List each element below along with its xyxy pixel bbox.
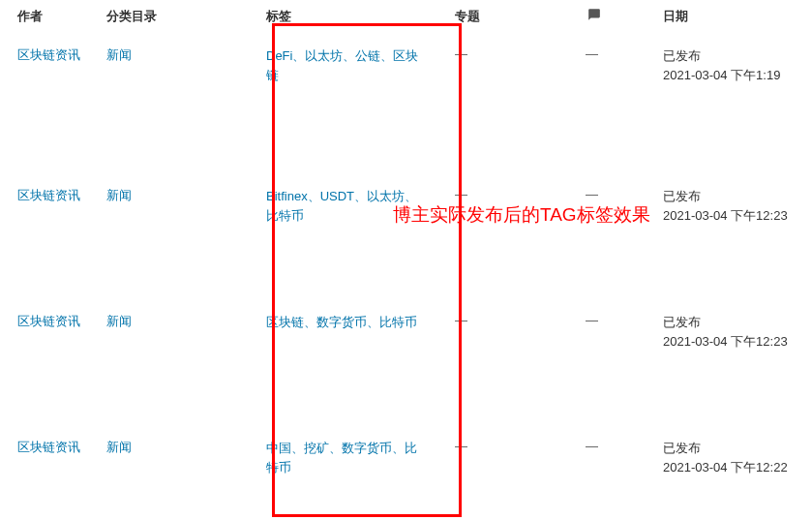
category-cell: 新闻: [106, 45, 266, 64]
table-row: 区块链资讯新闻Bitfinex、USDT、以太坊、比特币——已发布2021-03…: [0, 173, 812, 299]
tag-link[interactable]: 数字货币: [316, 315, 367, 329]
header-comments[interactable]: [586, 8, 663, 25]
comment-cell: —: [586, 185, 663, 201]
category-link[interactable]: 新闻: [106, 314, 132, 328]
topic-cell: —: [455, 45, 586, 61]
tag-link[interactable]: 比特币: [266, 208, 304, 223]
tag-separator: 、: [329, 441, 342, 455]
comment-cell: —: [586, 45, 663, 61]
annotation-text: 博主实际发布后的TAG标签效果: [393, 202, 650, 228]
tag-separator: 、: [392, 441, 405, 455]
tag-link[interactable]: DeFi: [266, 48, 292, 63]
datetime-text: 2021-03-04 下午12:23: [663, 206, 812, 226]
topic-cell: —: [455, 185, 586, 201]
tag-separator: 、: [308, 189, 320, 203]
author-link[interactable]: 区块链资讯: [17, 188, 80, 202]
datetime-text: 2021-03-04 下午1:19: [663, 66, 812, 85]
header-category[interactable]: 分类目录: [106, 8, 266, 25]
datetime-text: 2021-03-04 下午12:23: [663, 332, 812, 352]
category-cell: 新闻: [106, 311, 266, 330]
header-date[interactable]: 日期: [663, 8, 812, 25]
header-author[interactable]: 作者: [0, 8, 106, 25]
author-link[interactable]: 区块链资讯: [17, 440, 80, 454]
category-cell: 新闻: [106, 437, 266, 456]
table-header-row: 作者 分类目录 标签 专题 日期: [0, 0, 812, 33]
tag-separator: 、: [354, 189, 367, 203]
tag-link[interactable]: 比特币: [379, 315, 417, 329]
category-link[interactable]: 新闻: [106, 188, 132, 202]
tag-link[interactable]: 以太坊: [367, 189, 405, 203]
author-cell: 区块链资讯: [0, 185, 106, 204]
tag-link[interactable]: 挖矿: [304, 441, 329, 455]
category-cell: 新闻: [106, 185, 266, 204]
tags-cell: DeFi、以太坊、公链、区块链: [266, 45, 455, 84]
tag-link[interactable]: 公链: [355, 48, 380, 63]
tag-separator: 、: [405, 189, 417, 203]
tag-link[interactable]: Bitfinex: [266, 189, 308, 203]
tag-link[interactable]: 中国: [266, 441, 291, 455]
tag-separator: 、: [343, 48, 355, 63]
tags-cell: 中国、挖矿、数字货币、比特币: [266, 437, 455, 476]
author-link[interactable]: 区块链资讯: [17, 314, 80, 328]
category-link[interactable]: 新闻: [106, 47, 132, 62]
tag-separator: 、: [304, 315, 316, 329]
author-cell: 区块链资讯: [0, 45, 106, 64]
tag-separator: 、: [380, 48, 393, 63]
topic-cell: —: [455, 437, 586, 453]
comment-cell: —: [586, 437, 663, 453]
date-cell: 已发布2021-03-04 下午1:19: [663, 45, 812, 84]
posts-table: 作者 分类目录 标签 专题 日期 区块链资讯新闻DeFi、以太坊、公链、区块链—…: [0, 0, 812, 520]
status-text: 已发布: [663, 313, 812, 332]
author-cell: 区块链资讯: [0, 311, 106, 330]
table-row: 区块链资讯新闻DeFi、以太坊、公链、区块链——已发布2021-03-04 下午…: [0, 33, 812, 173]
tag-link[interactable]: 以太坊: [305, 48, 343, 63]
tags-cell: 区块链、数字货币、比特币: [266, 311, 455, 332]
author-link[interactable]: 区块链资讯: [17, 47, 80, 62]
tag-link[interactable]: 数字货币: [342, 441, 392, 455]
header-topic[interactable]: 专题: [455, 8, 586, 25]
tag-separator: 、: [291, 441, 304, 455]
table-row: 区块链资讯新闻中国、挖矿、数字货币、比特币——已发布2021-03-04 下午1…: [0, 425, 812, 520]
date-cell: 已发布2021-03-04 下午12:23: [663, 311, 812, 351]
tag-link[interactable]: 区块链: [266, 315, 304, 329]
category-link[interactable]: 新闻: [106, 440, 132, 454]
datetime-text: 2021-03-04 下午12:22: [663, 458, 812, 477]
author-cell: 区块链资讯: [0, 437, 106, 456]
comment-cell: —: [586, 311, 663, 327]
status-text: 已发布: [663, 439, 812, 458]
status-text: 已发布: [663, 46, 812, 66]
table-row: 区块链资讯新闻区块链、数字货币、比特币——已发布2021-03-04 下午12:…: [0, 299, 812, 425]
date-cell: 已发布2021-03-04 下午12:23: [663, 185, 812, 225]
tag-link[interactable]: USDT: [320, 189, 354, 203]
date-cell: 已发布2021-03-04 下午12:22: [663, 437, 812, 476]
header-tags[interactable]: 标签: [266, 8, 455, 25]
tag-separator: 、: [367, 315, 379, 329]
topic-cell: —: [455, 311, 586, 327]
comment-icon: [586, 8, 603, 21]
status-text: 已发布: [663, 187, 812, 206]
tag-separator: 、: [292, 48, 305, 63]
